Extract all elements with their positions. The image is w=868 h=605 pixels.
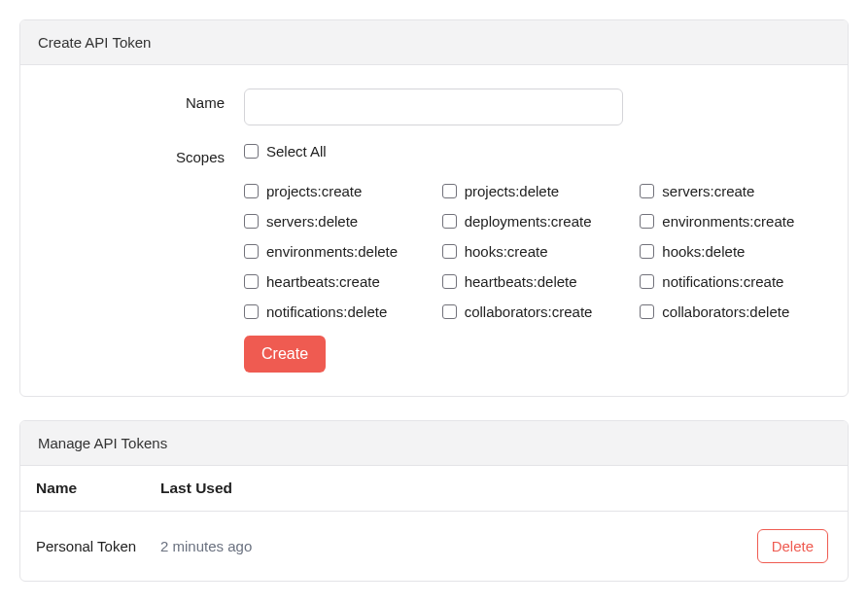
scope-checkbox[interactable] — [244, 214, 259, 229]
scope-label: projects:create — [266, 183, 362, 199]
scope-item[interactable]: environments:delete — [244, 243, 433, 260]
col-header-name: Name — [36, 480, 160, 497]
scope-label: hooks:delete — [662, 243, 745, 260]
scope-checkbox[interactable] — [442, 214, 457, 229]
scope-item[interactable]: heartbeats:delete — [442, 273, 631, 290]
scopes-grid: projects:create projects:delete servers:… — [244, 183, 828, 320]
scope-label: environments:delete — [266, 243, 398, 260]
scope-checkbox[interactable] — [442, 304, 457, 319]
scope-item[interactable]: deployments:create — [442, 213, 631, 230]
scope-label: heartbeats:create — [266, 273, 380, 290]
select-all-row[interactable]: Select All — [244, 143, 828, 160]
scopes-row: Scopes Select All projects:create projec… — [40, 143, 828, 320]
name-label: Name — [40, 89, 244, 125]
manage-api-tokens-card: Manage API Tokens Name Last Used Persona… — [19, 420, 849, 582]
scope-item[interactable]: notifications:create — [640, 273, 828, 290]
scope-item[interactable]: projects:create — [244, 183, 433, 199]
scope-item[interactable]: servers:create — [640, 183, 828, 199]
scope-item[interactable]: notifications:delete — [244, 303, 433, 320]
scope-label: collaborators:delete — [662, 303, 789, 320]
scope-checkbox[interactable] — [640, 214, 654, 229]
scope-checkbox[interactable] — [640, 304, 654, 319]
col-header-last-used: Last Used — [160, 480, 828, 497]
scope-checkbox[interactable] — [244, 184, 259, 198]
name-input[interactable] — [244, 89, 623, 125]
token-last-used: 2 minutes ago — [160, 538, 757, 554]
submit-row: Create — [40, 330, 828, 373]
scope-label: projects:delete — [465, 183, 560, 199]
scope-checkbox[interactable] — [442, 244, 457, 259]
select-all-label: Select All — [266, 143, 327, 160]
scope-item[interactable]: collaborators:create — [442, 303, 631, 320]
create-api-token-card: Create API Token Name Scopes Select All … — [19, 19, 849, 397]
scope-label: heartbeats:delete — [465, 273, 577, 290]
scope-label: hooks:create — [465, 243, 548, 260]
scope-item[interactable]: servers:delete — [244, 213, 433, 230]
scope-checkbox[interactable] — [640, 184, 654, 198]
create-button[interactable]: Create — [244, 336, 326, 373]
manage-card-title: Manage API Tokens — [20, 421, 848, 466]
scope-checkbox[interactable] — [640, 244, 654, 259]
scope-checkbox[interactable] — [640, 274, 654, 289]
name-row: Name — [40, 89, 828, 125]
scope-item[interactable]: projects:delete — [442, 183, 631, 199]
scope-checkbox[interactable] — [244, 304, 259, 319]
scope-checkbox[interactable] — [442, 184, 457, 198]
scope-checkbox[interactable] — [244, 274, 259, 289]
scope-item[interactable]: heartbeats:create — [244, 273, 433, 290]
manage-card-body: Name Last Used Personal Token 2 minutes … — [20, 466, 848, 581]
scope-item[interactable]: environments:create — [640, 213, 828, 230]
scope-label: notifications:create — [662, 273, 783, 290]
scope-label: environments:create — [662, 213, 794, 230]
scopes-label: Scopes — [40, 143, 244, 320]
scope-checkbox[interactable] — [442, 274, 457, 289]
scope-label: collaborators:create — [465, 303, 593, 320]
scope-item[interactable]: hooks:delete — [640, 243, 828, 260]
scope-item[interactable]: hooks:create — [442, 243, 631, 260]
scope-label: servers:delete — [266, 213, 358, 230]
token-name: Personal Token — [36, 538, 160, 554]
delete-button[interactable]: Delete — [757, 529, 828, 563]
scope-checkbox[interactable] — [244, 244, 259, 259]
scope-item[interactable]: collaborators:delete — [640, 303, 828, 320]
table-row: Personal Token 2 minutes ago Delete — [20, 512, 848, 581]
scope-label: notifications:delete — [266, 303, 387, 320]
scope-label: deployments:create — [465, 213, 592, 230]
create-card-body: Name Scopes Select All projects:create p… — [20, 65, 848, 396]
scope-label: servers:create — [662, 183, 754, 199]
tokens-table-header: Name Last Used — [20, 466, 848, 512]
select-all-checkbox[interactable] — [244, 144, 259, 159]
create-card-title: Create API Token — [20, 20, 848, 65]
